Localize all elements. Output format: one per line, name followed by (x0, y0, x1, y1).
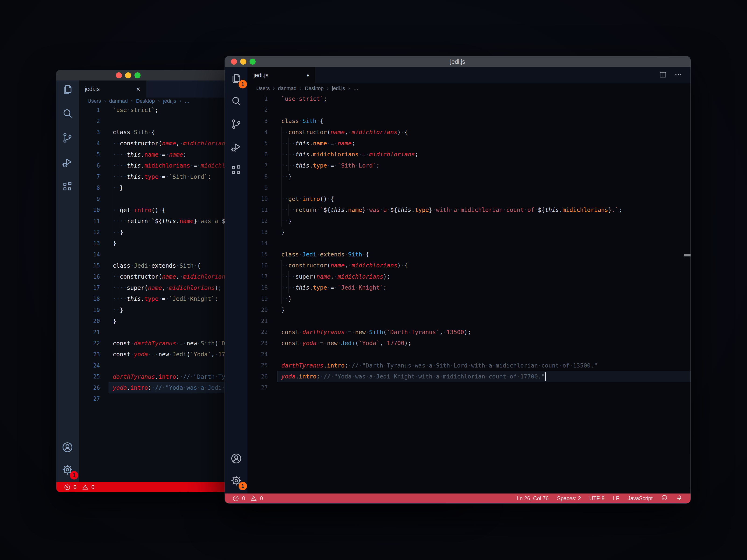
token-ws: · (295, 96, 299, 102)
token-ws: ·· (281, 262, 288, 269)
code-line[interactable]: 26yoda.intro;·//·"Yoda·was·a·Jedi·Knight… (248, 371, 691, 382)
activity-item-run-debug[interactable] (225, 136, 248, 158)
code-line[interactable]: 9 (248, 182, 691, 193)
token-kw: extends (152, 262, 176, 269)
activity-item-run-debug[interactable] (56, 150, 79, 174)
badge: 1 (238, 482, 247, 490)
code-line[interactable]: 13} (248, 226, 691, 238)
status-item[interactable]: LF (613, 496, 619, 502)
feedback-button[interactable] (661, 495, 668, 502)
split-editor-button[interactable] (659, 71, 667, 80)
code-text: ··constructor(name,·midichlorians)·{ (281, 127, 408, 138)
code-line[interactable]: 5····this.name·=·name; (248, 138, 691, 149)
code-line[interactable]: 6····this.midichlorians·=·midichlorians; (248, 149, 691, 160)
breadcrumb-item[interactable]: jedi.js (332, 85, 345, 91)
status-item[interactable]: JavaScript (628, 496, 653, 502)
code-line[interactable]: 4··constructor(name,·midichlorians)·{ (248, 127, 691, 138)
token-param: name (148, 285, 162, 291)
activity-item-search[interactable] (56, 102, 79, 126)
activity-item-extensions[interactable] (225, 158, 248, 181)
token-param: midichlorians (338, 273, 383, 280)
line-number: 6 (248, 149, 268, 160)
activity-item-search[interactable] (225, 90, 248, 113)
code-line[interactable]: 18····this.type·=·`Jedi·Knight`; (248, 282, 691, 293)
status-item[interactable]: Spaces: 2 (557, 496, 581, 502)
code-line[interactable]: 10··get·intro()·{ (248, 193, 691, 205)
code-line[interactable]: 11····return·`${this.name}·was·a·${this.… (248, 205, 691, 216)
search-icon (61, 107, 74, 120)
code-line[interactable]: 1`use·strict`; (248, 93, 691, 105)
token-ws: · (316, 251, 320, 258)
activity-item-files[interactable]: 1 (225, 67, 248, 90)
zoom-traffic-light[interactable] (134, 72, 140, 78)
code-line[interactable]: 24 (248, 349, 691, 360)
bell-button[interactable] (676, 495, 682, 502)
token-pun: = (348, 329, 352, 336)
breadcrumb-item[interactable]: … (184, 98, 189, 104)
code-line[interactable]: 17····super(name,·midichlorians); (248, 271, 691, 282)
token-cmt: with (471, 362, 485, 369)
activity-item-settings-gear[interactable]: 1 (225, 470, 248, 491)
more-actions-button[interactable] (674, 71, 682, 80)
warnings-status[interactable]: 0 (250, 495, 263, 502)
code-line[interactable]: 21 (248, 316, 691, 327)
activity-item-account[interactable] (225, 447, 248, 470)
activity-item-source-control[interactable] (225, 113, 248, 136)
token-cmt: 17700." (520, 373, 545, 380)
token-pun: , (176, 140, 180, 147)
code-line[interactable]: 2 (248, 105, 691, 116)
code-line[interactable]: 27 (248, 382, 691, 393)
code-line[interactable]: 20} (248, 304, 691, 316)
token-ws: · (158, 207, 162, 213)
code-line[interactable]: 8··} (248, 171, 691, 182)
activity-item-files[interactable] (56, 77, 79, 102)
line-number: 13 (248, 226, 268, 238)
breadcrumb-item[interactable]: Users (256, 85, 269, 91)
breadcrumb-item[interactable]: … (353, 85, 358, 91)
token-ws: · (204, 384, 208, 391)
activity-item-settings-gear[interactable]: 1 (56, 458, 79, 481)
token-kw: return (295, 207, 316, 213)
breadcrumb-item[interactable]: Desktop (136, 98, 155, 104)
code-text: } (113, 238, 116, 249)
breadcrumb-item[interactable]: Desktop (305, 85, 324, 91)
code-text: ····super(name,·midichlorians); (113, 282, 222, 294)
code-line[interactable]: 14 (248, 238, 691, 249)
status-item[interactable]: Ln 26, Col 76 (517, 496, 548, 502)
activity-item-account[interactable] (56, 436, 79, 458)
breadcrumb-item[interactable]: danmad (278, 85, 297, 91)
tab-jedi-js[interactable]: jedi.js × (79, 80, 146, 98)
token-param: darthTyranus (134, 340, 176, 347)
token-pun: ( (327, 129, 331, 136)
code-line[interactable]: 16··constructor(name,·midichlorians)·{ (248, 260, 691, 271)
activity-item-source-control[interactable] (56, 126, 79, 150)
code-text: ····this.name·=·name; (113, 149, 186, 160)
errors-status[interactable]: 0 (232, 495, 245, 502)
titlebar[interactable]: jedi.js (225, 56, 691, 67)
close-traffic-light[interactable] (116, 72, 122, 78)
warnings-status[interactable]: 0 (82, 484, 95, 491)
code-line[interactable]: 22const·darthTyranus·=·new·Sith(`Darth·T… (248, 327, 691, 338)
minimize-traffic-light[interactable] (125, 72, 131, 78)
modified-dot-icon[interactable]: ● (307, 73, 309, 78)
code-text: ··} (113, 304, 123, 316)
token-ws: · (186, 295, 190, 302)
token-str: ` (152, 218, 155, 224)
status-item[interactable]: UTF-8 (589, 496, 604, 502)
code-line[interactable]: 19··} (248, 293, 691, 304)
breadcrumb-item[interactable]: danmad (109, 98, 128, 104)
code-line[interactable]: 25darthTyranus.intro;·//·"Darth·Tyranus·… (248, 360, 691, 371)
close-icon[interactable]: × (136, 86, 140, 92)
activity-item-extensions[interactable] (56, 174, 79, 198)
code-line[interactable]: 3class·Sith·{ (248, 115, 691, 127)
code-line[interactable]: 7····this.type·=·`Sith·Lord`; (248, 160, 691, 171)
token-prop: name (180, 218, 194, 224)
tab-jedi-js[interactable]: jedi.js ● (248, 67, 315, 83)
code-line[interactable]: 23const·yoda·=·new·Jedi(`Yoda`,·17700); (248, 338, 691, 349)
breadcrumb-item[interactable]: Users (87, 98, 101, 104)
code-line[interactable]: 12··} (248, 216, 691, 227)
errors-status[interactable]: 0 (64, 484, 77, 491)
code-editor[interactable]: 1`use·strict`;23class·Sith·{4··construct… (248, 93, 691, 494)
breadcrumb-item[interactable]: jedi.js (163, 98, 176, 104)
code-line[interactable]: 15class·Jedi·extends·Sith·{ (248, 249, 691, 260)
